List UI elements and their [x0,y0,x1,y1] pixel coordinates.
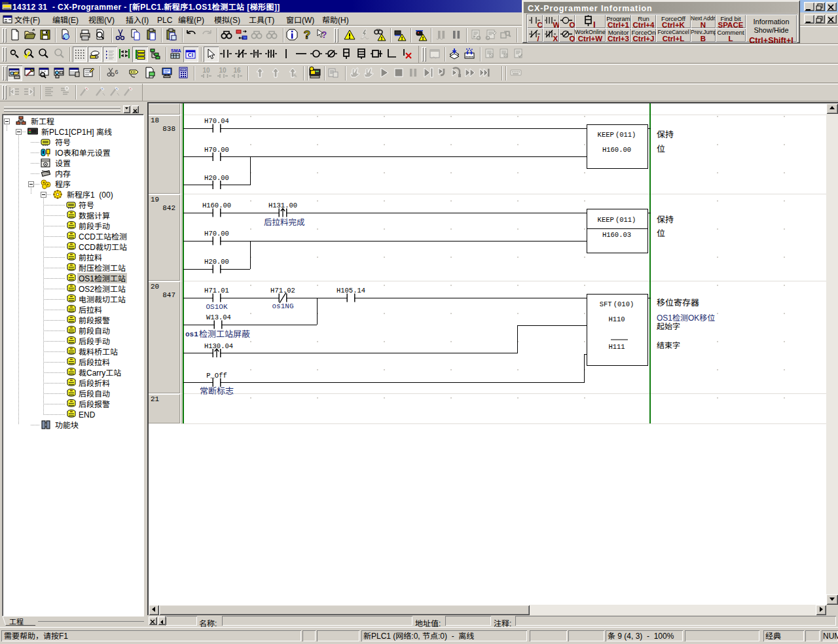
svg-text:H111: H111 [608,343,625,351]
svg-text:CI: CI [188,52,194,58]
svg-text:起始字: 起始字 [657,320,680,331]
svg-text:检测工站屏蔽: 检测工站屏蔽 [199,327,250,340]
svg-text:H160.00: H160.00 [602,146,631,154]
svg-text:C: C [537,21,543,29]
svg-text:W13.04: W13.04 [206,313,231,321]
svg-text:?: ? [304,29,310,41]
svg-text:OS1OK: OS1OK [206,303,227,311]
svg-text:O: O [570,21,575,29]
svg-text:?: ? [321,29,327,40]
svg-text:常断标志: 常断标志 [200,384,234,397]
svg-text:KEEP (011): KEEP (011) [598,216,636,224]
svg-text:H71.01: H71.01 [204,287,229,295]
svg-text:001: 001 [181,69,185,71]
svg-text:位: 位 [657,226,665,239]
svg-text:KEEP (011): KEEP (011) [598,131,636,139]
svg-text:H160.03: H160.03 [602,231,631,239]
svg-text:结束字: 结束字 [657,339,680,350]
svg-text:移位寄存器: 移位寄存器 [657,296,699,308]
svg-text:X: X [553,35,558,43]
svg-text:SFT (010): SFT (010) [600,300,634,308]
svg-text:os1NG: os1NG [272,302,293,310]
svg-text:P_Off: P_Off [206,372,227,380]
svg-text:后拉料完成: 后拉料完成 [264,215,305,228]
svg-text:6: 6 [115,69,118,75]
svg-text:H110: H110 [608,315,625,323]
svg-text:H160.00: H160.00 [202,202,231,209]
svg-text:I: I [593,20,596,28]
svg-text:/: / [537,35,540,43]
svg-text:H131.00: H131.00 [268,202,297,209]
svg-text:H70.00: H70.00 [204,230,229,238]
svg-text:10: 10 [219,67,227,74]
svg-text:H20.00: H20.00 [204,258,229,266]
svg-text:保持: 保持 [657,128,674,140]
svg-text:W: W [553,21,560,29]
svg-text:SMA: SMA [171,48,181,53]
svg-text:H105.14: H105.14 [337,287,365,295]
svg-text:保持: 保持 [657,213,674,225]
svg-text:H71.02: H71.02 [270,287,295,295]
svg-text:16: 16 [233,67,241,74]
svg-text:位: 位 [657,142,665,154]
svg-text:os1: os1 [185,331,198,338]
svg-text:10: 10 [202,67,210,74]
svg-text:H130.04: H130.04 [204,342,233,350]
svg-text:H70.04: H70.04 [204,117,229,125]
svg-text:H20.00: H20.00 [204,174,229,182]
svg-text:H70.00: H70.00 [204,146,229,154]
